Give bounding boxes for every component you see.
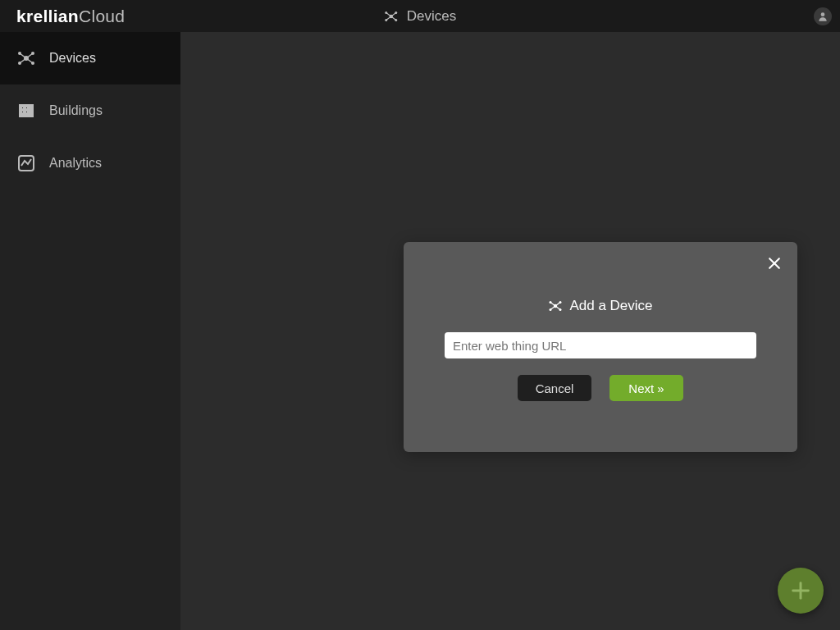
header: krellianCloud Devices (0, 0, 840, 32)
svg-line-35 (555, 303, 560, 307)
svg-line-8 (391, 16, 396, 21)
devices-icon (16, 48, 36, 68)
svg-line-6 (391, 12, 396, 16)
sidebar-item-analytics[interactable]: Analytics (0, 137, 180, 189)
buildings-icon (16, 101, 36, 121)
svg-rect-21 (25, 107, 28, 109)
user-avatar[interactable] (814, 7, 832, 25)
brand-bold: krellian (16, 7, 79, 26)
close-icon (766, 255, 783, 272)
sidebar-item-buildings[interactable]: Buildings (0, 84, 180, 137)
analytics-icon (16, 153, 36, 173)
sidebar-item-label: Analytics (49, 156, 102, 171)
svg-rect-25 (30, 111, 31, 113)
svg-line-37 (555, 306, 560, 310)
devices-icon (548, 299, 563, 313)
svg-line-5 (386, 12, 391, 16)
main-content: Add a Device Cancel Next » (180, 32, 840, 630)
modal-title: Add a Device (548, 298, 652, 314)
web-thing-url-input[interactable] (445, 332, 756, 358)
brand-logo[interactable]: krellianCloud (16, 7, 125, 26)
svg-line-15 (20, 53, 26, 58)
sidebar: Devices Buildings Analytics (0, 32, 180, 630)
plus-icon (789, 579, 812, 602)
svg-rect-22 (30, 107, 31, 109)
next-button[interactable]: Next » (609, 375, 683, 401)
brand-light: Cloud (79, 7, 125, 26)
svg-line-18 (26, 58, 33, 63)
svg-rect-24 (25, 111, 28, 113)
sidebar-item-label: Devices (49, 51, 96, 66)
svg-line-16 (26, 53, 33, 58)
svg-point-9 (821, 12, 825, 16)
page-title-text: Devices (407, 8, 456, 25)
sidebar-item-devices[interactable]: Devices (0, 32, 180, 84)
modal-button-row: Cancel Next » (518, 375, 683, 401)
sidebar-item-label: Buildings (49, 103, 103, 118)
add-device-modal: Add a Device Cancel Next » (404, 242, 797, 452)
modal-title-text: Add a Device (569, 298, 652, 314)
devices-icon (384, 9, 399, 24)
svg-line-7 (386, 16, 391, 21)
close-button[interactable] (766, 255, 783, 272)
svg-line-34 (550, 303, 555, 307)
cancel-button[interactable]: Cancel (518, 375, 591, 401)
svg-line-36 (550, 306, 555, 310)
svg-line-17 (20, 58, 26, 63)
add-device-fab[interactable] (778, 568, 824, 614)
page-title: Devices (384, 8, 456, 25)
svg-rect-23 (21, 111, 24, 113)
svg-rect-20 (21, 107, 24, 109)
